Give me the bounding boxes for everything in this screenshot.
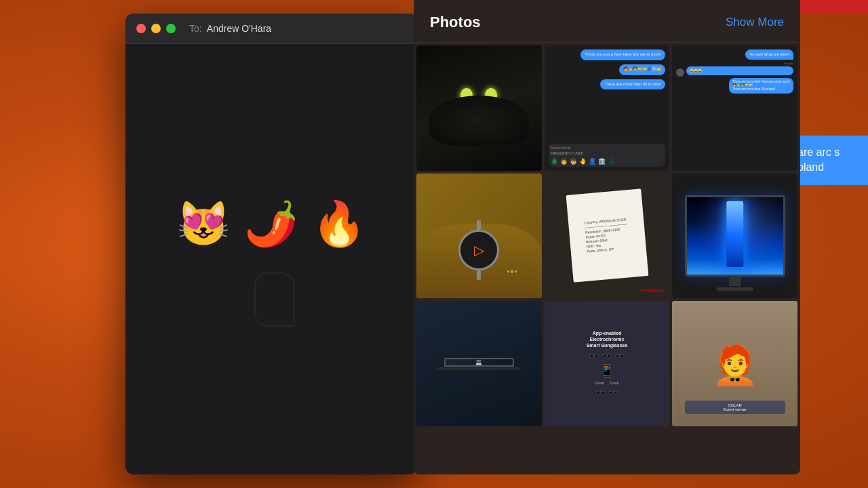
close-button[interactable] — [136, 24, 146, 33]
laptop-photo-inner: 💻 — [416, 301, 542, 426]
glasses-icons-row-2: 🕶️ 🕶️ — [595, 388, 618, 397]
glasses-icons-row: 🕶️ 🕶️ 🕶️ — [589, 351, 625, 361]
glasses-icon-5: 🕶️ — [608, 388, 618, 397]
window-titlebar: To: Andrew O'Hara — [125, 14, 417, 44]
messages-window: To: Andrew O'Hara 😻 🌶️ 🔥 — [125, 14, 417, 474]
watch-photo-inner: ▷ — [416, 174, 542, 299]
glasses-advertisement: App-enabledElectrochromicSmart Sunglasse… — [545, 301, 670, 426]
photo-cat[interactable] — [416, 45, 542, 171]
chat-bubble-2: 🧑🤖👨‍💻🤜🤛👤🏛️🤲 — [619, 64, 665, 75]
chat-bubble-1: There are just a few! Here are some more… — [580, 49, 665, 60]
watch-app-icon: ▷ — [474, 242, 484, 258]
maximize-button[interactable] — [166, 24, 176, 33]
photo-glasses-ad[interactable]: App-enabledElectrochromicSmart Sunglasse… — [545, 301, 670, 426]
photo-person[interactable]: 🧑‍🦰 🕶️ SOLAREvent venue — [672, 301, 797, 426]
chat-screenshot2-inner: No way! What are they? It's true! 😅😅😅 Th… — [672, 45, 797, 171]
photo-watch[interactable]: ▷ — [416, 174, 542, 299]
person-photo-inner: 🧑‍🦰 🕶️ SOLAREvent venue — [672, 301, 797, 426]
glasses-icon-2: 🕶️ — [601, 351, 612, 361]
recipient-name: Andrew O'Hara — [207, 23, 271, 34]
title-to-label: To: — [189, 23, 202, 34]
emoji-cat: 😻 — [176, 202, 231, 245]
emoji-picker: 🌲👨👦🤚👤🏛️🌑 — [551, 158, 664, 165]
top-bar-red — [800, 0, 868, 14]
chat-screenshot1-inner: There are just a few! Here are some more… — [545, 45, 670, 171]
viewsonic-logo: ViewSonic — [640, 288, 664, 293]
laptop-screen: 💻 — [444, 358, 514, 367]
photo-laptop[interactable]: 💻 — [416, 301, 542, 426]
emoji-fire: 🔥 — [312, 202, 366, 245]
minimize-button[interactable] — [151, 24, 161, 33]
photo-chat2[interactable]: No way! What are they? It's true! 😅😅😅 Th… — [672, 45, 797, 171]
emoji-chili: 🌶️ — [244, 202, 298, 245]
glasses-ad-title: App-enabledElectrochromicSmart Sunglasse… — [587, 330, 628, 348]
spec-document: ColorPro VP3268-4K OLED ────────────────… — [566, 189, 648, 283]
photos-title: Photos — [430, 14, 481, 31]
monitor-photo-inner — [672, 174, 797, 299]
glasses-icon-4: 🕶️ — [595, 388, 606, 397]
watch-face: ▷ — [458, 230, 499, 270]
show-more-button[interactable]: Show More — [726, 16, 784, 29]
photos-header: Photos Show More — [414, 0, 800, 43]
glasses-icon-1: 🕶️ — [589, 351, 599, 361]
window-title: To: Andrew O'Hara — [189, 23, 271, 34]
photos-panel: Photos Show More There are just a few! H… — [414, 0, 800, 474]
glasses-ad-inner: App-enabledElectrochromicSmart Sunglasse… — [545, 301, 670, 426]
photo-monitor[interactable] — [672, 174, 797, 299]
photo-chat1[interactable]: There are just a few! Here are some more… — [545, 45, 670, 171]
compose-area[interactable] — [254, 272, 295, 327]
photo-viewsonic[interactable]: ColorPro VP3268-4K OLED ────────────────… — [545, 174, 670, 299]
viewsonic-photo-inner: ColorPro VP3268-4K OLED ────────────────… — [545, 174, 670, 299]
photos-grid: There are just a few! Here are some more… — [414, 43, 800, 429]
chat-bubble-3: There are more than 30 in total! — [600, 79, 665, 90]
chat-bubble-text: are arc s bland — [797, 145, 857, 176]
emoji-row: 😻 🌶️ 🔥 — [176, 202, 366, 245]
glasses-icon-3: 🕶️ — [614, 351, 625, 361]
window-content: 😻 🌶️ 🔥 — [125, 44, 417, 471]
